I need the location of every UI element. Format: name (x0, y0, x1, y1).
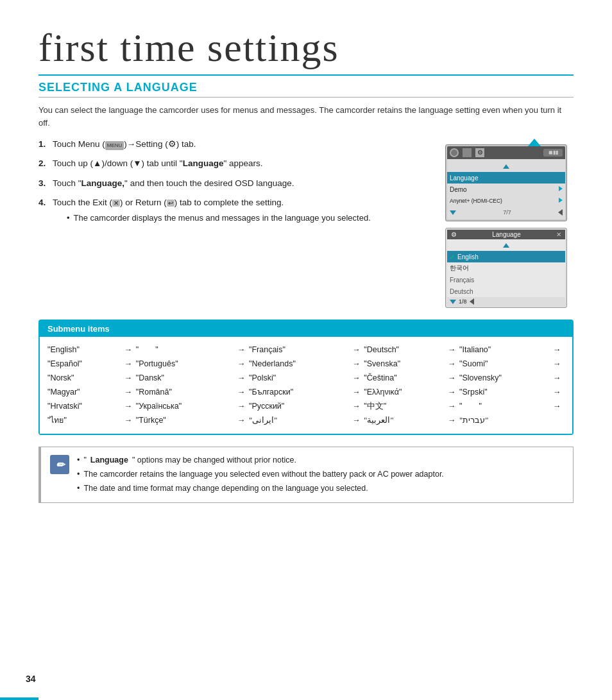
submenu-cell: "Português" (136, 357, 237, 371)
step-4-bullet-1: The camcorder displays the menus and mes… (67, 212, 432, 225)
submenu-arrow: → (553, 357, 565, 371)
submenu-arrow: → (553, 371, 565, 386)
step-text-3: Touch "Language," and then touch the des… (53, 177, 432, 190)
menu-up-btn (447, 160, 565, 172)
demo-arrow-icon (559, 186, 563, 191)
return-icon: ↩ (167, 200, 174, 207)
step-text-2: Touch up (▲)/down (▼) tab until "Languag… (53, 157, 432, 170)
submenu-row-3: "Norsk" → "Dansk" → "Polski" → "Čeština"… (47, 371, 565, 386)
demo-arrow (559, 186, 563, 192)
intro-text: You can select the language the camcorde… (38, 104, 574, 129)
submenu-box: Submenu items "English" → " " → "Françai… (38, 320, 574, 435)
submenu-cell: "Norsk" (47, 371, 124, 386)
submenu-cell: "Svenska" (364, 357, 448, 371)
down-arrow-icon: ▼ (133, 158, 141, 168)
submenu-row-6: "ไทย" → "Türkçe" → "ایرانی" → "العربية" … (47, 414, 565, 428)
up-nav-icon (503, 164, 509, 169)
submenu-cell: " " (459, 400, 553, 414)
note-bullet-2: The camcorder retains the language you s… (77, 468, 444, 481)
lang-close-icon: ✕ (556, 231, 561, 238)
submenu-cell: "ایرانی" (249, 414, 352, 428)
submenu-arrow: → (352, 386, 364, 400)
lang-row-korean: 한국어 (447, 262, 565, 274)
submenu-arrow: → (352, 400, 364, 414)
note-bullet-1: "Language" options may be changed withou… (77, 454, 444, 466)
note-box: ✏ "Language" options may be changed with… (38, 447, 574, 503)
submenu-arrow: → (352, 371, 364, 386)
submenu-arrow: → (352, 414, 364, 428)
down-nav-icon (450, 210, 456, 215)
page-number: 34 (26, 674, 36, 684)
submenu-row-5: "Hrvatski" → "Українська" → "Русский" → … (47, 400, 565, 414)
submenu-arrow: → (448, 371, 459, 386)
submenu-arrow: → (124, 400, 136, 414)
step-3: 3. Touch "Language," and then touch the … (38, 177, 432, 190)
menu-label-anynet: Anynet+ (HDMI-CEC) (450, 198, 559, 204)
submenu-cell: "Slovensky" (459, 371, 553, 386)
submenu-cell: "中文" (364, 400, 448, 414)
screenshot-menu-2: ⚙ Language ✕ ✓ English 한국어 (445, 228, 567, 308)
menu-label-language: Language (450, 175, 563, 182)
step-4-subbullets: The camcorder displays the menus and mes… (67, 212, 432, 225)
submenu-content: "English" → " " → "Français" → "Deutsch"… (40, 337, 572, 434)
lang-menu-title-bar: ⚙ Language ✕ (447, 230, 565, 239)
submenu-cell: "Español" (47, 357, 124, 371)
submenu-cell: " " (136, 343, 237, 357)
lang-francais: Français (450, 277, 563, 284)
lang-back-icon (470, 298, 474, 305)
step-2: 2. Touch up (▲)/down (▼) tab until "Lang… (38, 157, 432, 170)
submenu-arrow: → (237, 400, 249, 414)
submenu-arrow: → (237, 357, 249, 371)
menu-icon: MENU (105, 141, 124, 150)
lang-deutsch: Deutsch (450, 288, 563, 295)
submenu-cell: "Română" (136, 386, 237, 400)
submenu-cell: "Italiano" (459, 343, 553, 357)
step-num-4: 4. (38, 196, 53, 225)
submenu-cell: "Türkçe" (136, 414, 237, 428)
submenu-cell: "English" (47, 343, 124, 357)
note-content: "Language" options may be changed withou… (77, 454, 444, 496)
submenu-arrow: → (448, 414, 459, 428)
submenu-arrow: → (448, 400, 459, 414)
battery-icon: ◼▮▮ (543, 149, 563, 157)
submenu-arrow: → (352, 343, 364, 357)
up-arrow-icon: ▲ (93, 158, 101, 168)
page-number-bar (0, 697, 38, 700)
submenu-cell: "Русский" (249, 400, 352, 414)
submenu-arrow: → (448, 343, 459, 357)
step-num-3: 3. (38, 177, 53, 190)
submenu-cell: "Čeština" (364, 371, 448, 386)
submenu-cell: "Ελληνικά" (364, 386, 448, 400)
submenu-cell: "Hrvatski" (47, 400, 124, 414)
submenu-arrow: → (448, 357, 459, 371)
menu-row-anynet: Anynet+ (HDMI-CEC) (447, 195, 565, 207)
submenu-arrow: → (124, 343, 136, 357)
submenu-header: Submenu items (40, 321, 572, 337)
submenu-cell: "ไทย" (47, 414, 124, 428)
setting-tab-icon: ⚙ (475, 148, 484, 157)
lang-gear-icon: ⚙ (451, 231, 457, 238)
lang-counter: 1/8 (459, 298, 467, 305)
step-1: 1. Touch Menu (MENU)→Setting (⚙) tab. (38, 138, 432, 151)
submenu-cell: "Dansk" (136, 371, 237, 386)
submenu-cell: "Suomi" (459, 357, 553, 371)
anynet-arrow-icon (559, 198, 563, 203)
submenu-arrow: → (352, 357, 364, 371)
note-icon: ✏ (50, 455, 69, 474)
menu-label-demo: Demo (450, 186, 559, 193)
pointer-triangle (528, 139, 541, 146)
submenu-cell: "Magyar" (47, 386, 124, 400)
submenu-row-2: "Español" → "Português" → "Nederlands" →… (47, 357, 565, 371)
lang-row-francais: Français (447, 274, 565, 286)
lang-up-btn (447, 239, 565, 251)
lang-rows: ✓ English 한국어 Français Deutsch (447, 239, 565, 306)
menu-top-bar: ⚙ ◼▮▮ (447, 146, 565, 159)
submenu-cell: "Polski" (249, 371, 352, 386)
submenu-cell: "Deutsch" (364, 343, 448, 357)
lang-menu-title-label: Language (492, 231, 521, 238)
submenu-arrow: → (553, 386, 565, 400)
menu-rows: Language Demo Anynet+ (HDMI-CEC) (447, 159, 565, 219)
step-num-1: 1. (38, 138, 53, 151)
page-title: first time settings (38, 26, 574, 76)
note-bullet-3: The date and time format may change depe… (77, 482, 444, 495)
